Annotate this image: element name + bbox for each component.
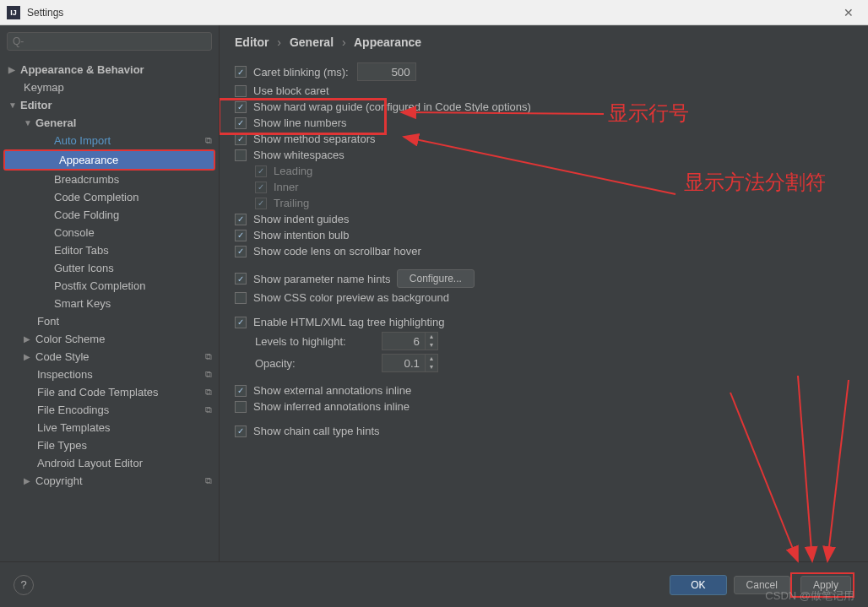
breadcrumb-general[interactable]: General [290, 35, 334, 49]
tree-editor[interactable]: ▼Editor [0, 96, 219, 114]
tree-live-templates[interactable]: Live Templates [0, 419, 219, 436]
label-inner: Inner [274, 181, 299, 193]
chk-external-annotations[interactable] [235, 385, 247, 397]
label-block-caret: Use block caret [253, 84, 329, 97]
configure-button[interactable]: Configure... [397, 269, 475, 288]
label-line-numbers: Show line numbers [253, 117, 347, 129]
chevron-right-icon: › [342, 35, 346, 49]
tree-appearance[interactable]: Appearance [5, 151, 214, 169]
input-opacity[interactable] [382, 357, 425, 370]
chevron-right-icon: ▶ [8, 65, 20, 74]
tree-file-types[interactable]: File Types [0, 436, 219, 454]
spin-up-icon[interactable]: ▲ [426, 333, 437, 341]
tree-general[interactable]: ▼General [0, 114, 219, 132]
scope-icon: ⧉ [205, 135, 212, 146]
chk-caret-blinking[interactable] [235, 66, 247, 78]
scope-icon: ⧉ [205, 404, 212, 415]
chk-block-caret[interactable] [235, 85, 247, 97]
spinner-levels[interactable]: ▲▼ [382, 332, 438, 350]
label-method-separators: Show method separators [253, 133, 376, 145]
breadcrumb: Editor › General › Appearance [235, 35, 853, 49]
tree-inspections[interactable]: Inspections⧉ [0, 366, 219, 383]
label-caret-blinking: Caret blinking (ms): [253, 66, 349, 79]
tree-breadcrumbs[interactable]: Breadcrumbs [0, 171, 219, 188]
tree-gutter-icons[interactable]: Gutter Icons [0, 259, 219, 277]
label-trailing: Trailing [274, 197, 309, 209]
tree-appearance-behavior[interactable]: ▶Appearance & Behavior [0, 61, 219, 79]
chk-html-tag[interactable] [235, 317, 247, 328]
tree-keymap[interactable]: Keymap [0, 79, 219, 96]
scope-icon: ⧉ [205, 351, 212, 362]
spinner-opacity[interactable]: ▲▼ [382, 354, 438, 372]
label-opacity: Opacity: [255, 357, 373, 370]
footer: ? OK Cancel Apply [0, 561, 868, 607]
label-leading: Leading [274, 165, 312, 177]
label-levels: Levels to highlight: [255, 335, 373, 348]
tree-file-encodings[interactable]: File Encodings⧉ [0, 401, 219, 419]
tree-code-style[interactable]: ▶Code Style⧉ [0, 348, 219, 366]
close-icon[interactable]: ✕ [836, 6, 861, 19]
scope-icon: ⧉ [205, 475, 212, 486]
tree-font[interactable]: Font [0, 312, 219, 330]
titlebar: IJ Settings ✕ [0, 0, 868, 25]
chk-param-hints[interactable] [235, 273, 247, 285]
chk-leading [255, 165, 267, 177]
chevron-right-icon: ▶ [24, 352, 35, 361]
breadcrumb-appearance: Appearance [354, 35, 421, 49]
chk-chain-hints[interactable] [235, 425, 247, 437]
watermark: CSDN @做笔记用 [765, 588, 854, 604]
tree-color-scheme[interactable]: ▶Color Scheme [0, 330, 219, 348]
tree-smart-keys[interactable]: Smart Keys [0, 295, 219, 312]
tree-postfix-completion[interactable]: Postfix Completion [0, 277, 219, 295]
label-html-tag: Enable HTML/XML tag tree highlighting [253, 316, 444, 328]
chevron-down-icon: ▼ [24, 118, 35, 127]
chk-indent-guides[interactable] [235, 214, 247, 225]
tree-console[interactable]: Console [0, 224, 219, 241]
chk-css-preview[interactable] [235, 292, 247, 304]
label-param-hints: Show parameter name hints [253, 273, 391, 285]
spin-up-icon[interactable]: ▲ [426, 355, 437, 363]
scope-icon: ⧉ [205, 387, 212, 398]
settings-content: Editor › General › Appearance Caret blin… [220, 25, 868, 561]
label-css-preview: Show CSS color preview as background [253, 291, 449, 304]
app-icon: IJ [7, 6, 20, 19]
scope-icon: ⧉ [205, 369, 212, 380]
ok-button[interactable]: OK [670, 575, 726, 595]
label-intention-bulb: Show intention bulb [253, 229, 349, 241]
label-indent-guides: Show indent guides [253, 213, 349, 225]
spin-down-icon[interactable]: ▼ [426, 341, 437, 350]
tree-auto-import[interactable]: Auto Import⧉ [0, 132, 219, 149]
tree-copyright[interactable]: ▶Copyright⧉ [0, 472, 219, 490]
chk-inferred-annotations[interactable] [235, 401, 247, 413]
tree-code-folding[interactable]: Code Folding [0, 206, 219, 224]
chk-hard-wrap[interactable] [235, 101, 247, 113]
chk-line-numbers[interactable] [235, 117, 247, 129]
label-chain-hints: Show chain call type hints [253, 425, 380, 437]
chk-intention-bulb[interactable] [235, 230, 247, 241]
chevron-down-icon: ▼ [8, 100, 20, 110]
input-levels[interactable] [382, 335, 425, 348]
chevron-right-icon: ▶ [24, 334, 35, 344]
breadcrumb-editor[interactable]: Editor [235, 35, 269, 49]
chevron-right-icon: › [277, 35, 281, 49]
window-title: Settings [27, 7, 836, 19]
chk-code-lens[interactable] [235, 246, 247, 257]
input-caret-blinking[interactable] [357, 62, 416, 81]
search-input[interactable] [7, 32, 212, 51]
tree-android-layout-editor[interactable]: Android Layout Editor [0, 454, 219, 472]
spin-down-icon[interactable]: ▼ [426, 363, 437, 371]
chk-whitespaces[interactable] [235, 149, 247, 161]
tree-code-completion[interactable]: Code Completion [0, 188, 219, 206]
label-code-lens: Show code lens on scrollbar hover [253, 245, 421, 257]
chk-inner [255, 182, 267, 193]
settings-tree: ▶Appearance & Behavior Keymap ▼Editor ▼G… [0, 57, 219, 561]
chk-trailing [255, 198, 267, 209]
label-external-annotations: Show external annotations inline [253, 384, 411, 397]
label-inferred-annotations: Show inferred annotations inline [253, 400, 410, 413]
tree-editor-tabs[interactable]: Editor Tabs [0, 241, 219, 259]
tree-file-code-templates[interactable]: File and Code Templates⧉ [0, 383, 219, 401]
help-button[interactable]: ? [14, 575, 34, 595]
chk-method-separators[interactable] [235, 133, 247, 145]
label-hard-wrap: Show hard wrap guide (configured in Code… [253, 100, 531, 113]
sidebar: ▶Appearance & Behavior Keymap ▼Editor ▼G… [0, 25, 220, 561]
